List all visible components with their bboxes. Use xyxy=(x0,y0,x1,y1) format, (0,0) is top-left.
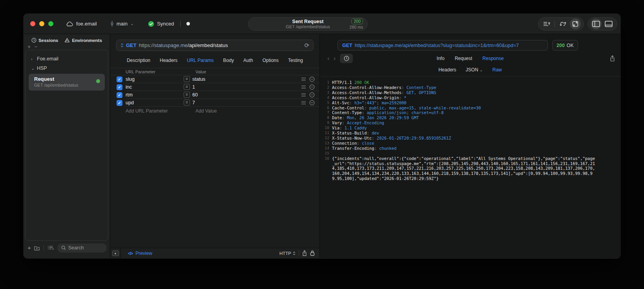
branch-icon xyxy=(110,21,114,27)
sync-requests-button[interactable] xyxy=(557,18,568,29)
triangle-up-icon: ▲ xyxy=(114,252,117,254)
sidebar-search[interactable] xyxy=(57,244,107,253)
request-method[interactable]: GET xyxy=(126,42,137,48)
toggle-bottom-panel-button[interactable] xyxy=(603,18,614,29)
project-name[interactable]: foe.email xyxy=(76,21,97,27)
response-line: 7Content-Type: application/json; charset… xyxy=(323,110,616,115)
param-checkbox[interactable]: ✓ xyxy=(117,100,122,106)
subtab-json-dropdown[interactable]: JSON ⌄ xyxy=(466,67,483,73)
request-list-item-selected[interactable]: Request GET /api/embed/status xyxy=(29,74,105,91)
line-content: Access-Control-Allow-Headers: Content-Ty… xyxy=(332,85,436,90)
tab-body[interactable]: Body xyxy=(223,58,234,63)
column-header-name: URL Parameter xyxy=(126,69,187,74)
request-list-button[interactable] xyxy=(541,18,552,29)
lock-icon[interactable] xyxy=(310,250,315,256)
close-window-button[interactable] xyxy=(30,21,35,26)
subtab-headers[interactable]: Headers xyxy=(438,67,456,73)
param-row: ✓ rtm = 60 xyxy=(110,91,319,99)
request-method-path: GET /api/embed/status xyxy=(34,82,101,88)
clock-icon xyxy=(31,38,36,43)
sent-request-url-box[interactable]: GET https://statuspage.me/api/embed/stat… xyxy=(338,40,548,51)
param-name[interactable]: rtm xyxy=(126,92,184,98)
tree-group-hsp[interactable]: ⌄ HSP xyxy=(28,64,106,73)
add-session-button[interactable]: + xyxy=(27,44,31,49)
share-button[interactable] xyxy=(302,250,307,256)
tab-sessions[interactable]: Sessions xyxy=(31,38,58,43)
param-value[interactable]: status xyxy=(192,76,298,82)
line-content: Transfer-Encoding: chunked xyxy=(332,146,396,151)
response-body[interactable]: 1HTTP/1.1 200 OK2Access-Control-Allow-He… xyxy=(320,76,620,258)
sent-request-pill[interactable]: Sent Request GET /api/embed/status 200 2… xyxy=(248,17,368,31)
row-menu-icon[interactable] xyxy=(301,85,306,89)
collapse-panel-button[interactable]: ▲ xyxy=(110,248,121,258)
tab-environments-label: Environments xyxy=(72,38,102,43)
tab-sessions-label: Sessions xyxy=(38,38,58,43)
param-checkbox[interactable]: ✓ xyxy=(117,92,122,98)
param-value[interactable]: 1 xyxy=(192,84,298,90)
search-input[interactable] xyxy=(68,245,103,251)
tab-headers[interactable]: Headers xyxy=(160,58,177,63)
param-checkbox[interactable]: ✓ xyxy=(117,84,122,90)
add-param-name-placeholder[interactable]: Add URL Parameter xyxy=(126,108,187,114)
param-name[interactable]: upd xyxy=(126,100,184,105)
tab-description[interactable]: Description xyxy=(127,58,150,63)
url-host: statuspage.me xyxy=(154,42,188,48)
tab-auth[interactable]: Auth xyxy=(243,58,253,63)
zoom-window-button[interactable] xyxy=(48,21,53,26)
tree-group-foe-email[interactable]: › Foe.email xyxy=(28,54,106,64)
request-url[interactable]: https://statuspage.me/api/embed/status xyxy=(139,42,228,48)
response-line: 10Via: 1.1 Caddy xyxy=(323,125,616,131)
method-selector-icon[interactable] xyxy=(120,43,124,47)
param-name[interactable]: slug xyxy=(126,76,184,82)
branch-name[interactable]: main xyxy=(117,21,128,27)
branch-chevron-down-icon[interactable]: ⌄ xyxy=(130,21,134,26)
equals-icon[interactable]: = xyxy=(184,92,190,98)
tab-options[interactable]: Options xyxy=(263,58,279,63)
tab-request[interactable]: Request xyxy=(455,56,473,61)
tab-response[interactable]: Response xyxy=(482,56,504,61)
line-number: 2 xyxy=(323,85,329,90)
request-url-bar[interactable]: GET https://statuspage.me/api/embed/stat… xyxy=(116,40,314,51)
equals-icon[interactable]: = xyxy=(184,100,190,105)
subtab-raw[interactable]: Raw xyxy=(493,67,502,73)
protocol-selector[interactable]: HTTP xyxy=(279,251,296,256)
remove-row-icon[interactable] xyxy=(309,92,315,98)
tab-environments[interactable]: Environments xyxy=(64,38,102,43)
line-content xyxy=(332,151,334,156)
row-menu-icon[interactable] xyxy=(301,77,306,81)
footer-divider xyxy=(299,251,299,256)
remove-session-button[interactable]: − xyxy=(34,44,37,49)
minimize-window-button[interactable] xyxy=(39,21,44,26)
sidebar: Sessions Environments + − › Foe.email xyxy=(24,34,110,258)
preview-button[interactable]: </> Preview xyxy=(128,251,152,256)
param-checkbox[interactable]: ✓ xyxy=(117,76,122,82)
param-value[interactable]: 60 xyxy=(192,92,298,98)
import-export-button[interactable] xyxy=(570,18,581,29)
tab-testing[interactable]: Testing xyxy=(288,58,303,63)
remove-row-icon[interactable] xyxy=(309,84,315,90)
tab-url-params[interactable]: URL Params xyxy=(187,58,213,63)
equals-icon[interactable]: = xyxy=(184,84,190,90)
toggle-sidebar-button[interactable] xyxy=(591,18,602,29)
subtab-json-label: JSON xyxy=(466,67,478,73)
equals-icon[interactable]: = xyxy=(184,76,190,82)
duration-label: 280 ms xyxy=(350,25,363,29)
sort-options-button[interactable] xyxy=(47,245,55,250)
add-request-button[interactable]: + xyxy=(27,245,31,251)
param-value[interactable]: 7 xyxy=(192,100,298,105)
add-param-value-placeholder[interactable]: Add Value xyxy=(195,108,217,114)
line-number: 11 xyxy=(323,131,329,136)
response-status-box: 200 OK xyxy=(552,40,578,51)
new-folder-button[interactable] xyxy=(34,245,40,251)
tab-info[interactable]: Info xyxy=(437,56,445,61)
line-number: 6 xyxy=(323,105,329,111)
resend-request-icon[interactable]: ⟳ xyxy=(304,42,309,49)
row-menu-icon[interactable] xyxy=(301,93,306,97)
param-name[interactable]: inc xyxy=(126,84,184,90)
editor-footer: ▲ </> Preview HTTP xyxy=(110,248,319,258)
remove-row-icon[interactable] xyxy=(309,100,315,105)
line-content: X-Status-Build: dev xyxy=(332,131,379,136)
row-menu-icon[interactable] xyxy=(301,101,306,105)
remove-row-icon[interactable] xyxy=(309,76,315,82)
status-badge: 200 xyxy=(351,18,363,24)
